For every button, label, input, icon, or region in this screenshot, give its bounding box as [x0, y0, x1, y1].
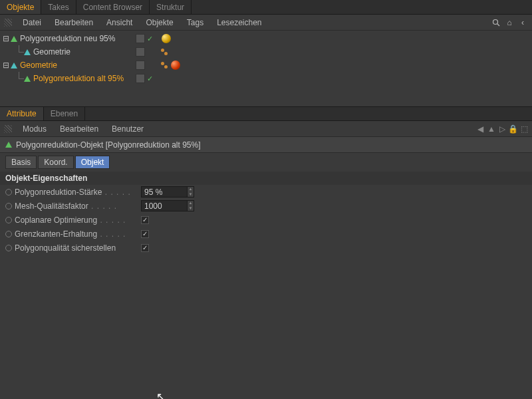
tree-connector-icon [15, 72, 24, 85]
object-label[interactable]: Polygonreduktion neu 95% [20, 34, 115, 43]
menu-bearbeiten[interactable]: Bearbeiten [48, 15, 100, 30]
prop-label: Mesh-Qualitätsfaktor [15, 201, 141, 211]
chevron-left-icon[interactable]: ‹ [517, 17, 528, 28]
anim-dot-icon[interactable] [5, 231, 12, 237]
object-manager-menu: Datei Bearbeiten Ansicht Objekte Tags Le… [0, 15, 532, 31]
grip-icon[interactable] [4, 125, 12, 133]
svg-point-0 [493, 19, 498, 24]
quality-input[interactable] [141, 200, 188, 211]
tag-row[interactable]: ✓ [136, 72, 532, 85]
mesh-icon [24, 49, 31, 55]
collapse-icon[interactable]: ⊟ [3, 35, 9, 42]
attribute-tab-bar: Attribute Ebenen [0, 106, 532, 121]
tab-takes[interactable]: Takes [41, 0, 76, 14]
prop-row-strength: Polygonreduktion-Stärke ▲▼ [0, 185, 532, 199]
polyquality-checkbox[interactable] [141, 244, 149, 252]
polygon-reduction-icon [5, 142, 12, 148]
enabled-check-icon[interactable]: ✓ [147, 75, 154, 82]
cursor-icon: ↖ [156, 390, 165, 399]
menu-modus[interactable]: Modus [16, 122, 53, 136]
nav-forward-icon[interactable]: ▷ [499, 124, 505, 134]
subtab-koord[interactable]: Koord. [38, 156, 73, 169]
subtab-objekt[interactable]: Objekt [75, 156, 110, 169]
selection-tag-icon[interactable] [160, 47, 169, 57]
layer-tag-icon[interactable] [136, 74, 145, 83]
anim-dot-icon[interactable] [5, 203, 12, 209]
spinner-icon[interactable]: ▲▼ [188, 200, 194, 211]
menu-datei[interactable]: Datei [16, 15, 48, 30]
menu-bearbeiten-2[interactable]: Bearbeiten [53, 122, 105, 136]
subtab-basis[interactable]: Basis [5, 156, 37, 169]
attribute-subtabs: Basis Koord. Objekt [0, 153, 532, 172]
boundary-checkbox[interactable] [141, 230, 149, 238]
spinner-icon[interactable]: ▲▼ [188, 186, 194, 198]
tab-ebenen[interactable]: Ebenen [44, 107, 85, 120]
nav-back-icon[interactable]: ◀ [477, 124, 483, 134]
polygon-reduction-icon [11, 36, 17, 42]
top-tab-bar: Objekte Takes Content Browser Struktur [0, 0, 532, 15]
layer-tag-icon[interactable] [136, 47, 145, 57]
lock-icon[interactable]: 🔒 [508, 124, 518, 134]
menu-benutzer[interactable]: Benutzer [105, 122, 150, 136]
prop-label: Polygonreduktion-Stärke [15, 188, 141, 197]
tag-row[interactable]: ✓ [136, 32, 532, 45]
mesh-icon [11, 63, 17, 68]
layer-tag-icon[interactable] [136, 61, 145, 70]
material-tag-icon[interactable] [162, 34, 171, 43]
enabled-check-icon[interactable]: ✓ [147, 35, 154, 42]
prop-label: Grenzkanten-Erhaltung [15, 229, 141, 239]
prop-row-quality: Mesh-Qualitätsfaktor ▲▼ [0, 199, 532, 213]
strength-input[interactable] [141, 186, 188, 198]
tree-row[interactable]: Polygonreduktion alt 95% [0, 72, 133, 85]
prop-row-polyquality: Polygonqualität sicherstellen [0, 241, 532, 255]
anim-dot-icon[interactable] [5, 217, 12, 223]
menu-ansicht[interactable]: Ansicht [100, 15, 139, 30]
prop-label: Coplanare Optimierung [15, 215, 141, 225]
prop-label: Polygonqualität sicherstellen [15, 243, 141, 253]
search-icon[interactable] [491, 17, 501, 28]
tree-row[interactable]: Geometrie [0, 45, 133, 59]
object-label[interactable]: Geometrie [20, 61, 57, 70]
attribute-menu: Modus Bearbeiten Benutzer ◀ ▲ ▷ 🔒 ⬚ [0, 121, 532, 137]
anim-dot-icon[interactable] [5, 189, 12, 196]
tag-row[interactable] [136, 59, 532, 72]
tree-connector-icon [15, 45, 24, 59]
polygon-reduction-icon [24, 76, 31, 82]
attribute-title: Polygonreduktion-Objekt [Polygonreduktio… [16, 140, 201, 150]
tree-row[interactable]: ⊟ Geometrie [0, 59, 133, 72]
material-tag-icon[interactable] [171, 61, 180, 70]
tab-attribute[interactable]: Attribute [0, 107, 44, 120]
anim-dot-icon[interactable] [5, 245, 12, 251]
nav-up-icon[interactable]: ▲ [487, 124, 495, 134]
svg-line-1 [497, 24, 499, 26]
layer-tag-icon[interactable] [136, 34, 145, 43]
object-tree: ⊟ Polygonreduktion neu 95% Geometrie ⊟ G… [0, 31, 532, 105]
tab-content-browser[interactable]: Content Browser [76, 0, 150, 14]
element-icon[interactable]: ⬚ [521, 124, 528, 134]
coplanar-checkbox[interactable] [141, 216, 149, 224]
object-label[interactable]: Polygonreduktion alt 95% [33, 74, 124, 83]
tab-struktur[interactable]: Struktur [150, 0, 192, 14]
section-header: Objekt-Eigenschaften [0, 172, 532, 185]
prop-row-coplanar: Coplanare Optimierung [0, 213, 532, 227]
object-label[interactable]: Geometrie [33, 47, 70, 57]
tag-row[interactable] [136, 45, 532, 59]
collapse-icon[interactable]: ⊟ [3, 62, 9, 68]
attribute-object-header: Polygonreduktion-Objekt [Polygonreduktio… [0, 137, 532, 153]
menu-tags[interactable]: Tags [180, 15, 210, 30]
home-icon[interactable]: ⌂ [504, 17, 515, 28]
menu-objekte[interactable]: Objekte [139, 15, 180, 30]
selection-tag-icon[interactable] [160, 61, 169, 70]
menu-lesezeichen[interactable]: Lesezeichen [210, 15, 268, 30]
tab-objekte[interactable]: Objekte [0, 0, 41, 14]
prop-row-boundary: Grenzkanten-Erhaltung [0, 227, 532, 241]
tree-row[interactable]: ⊟ Polygonreduktion neu 95% [0, 32, 133, 45]
grip-icon[interactable] [4, 19, 12, 27]
